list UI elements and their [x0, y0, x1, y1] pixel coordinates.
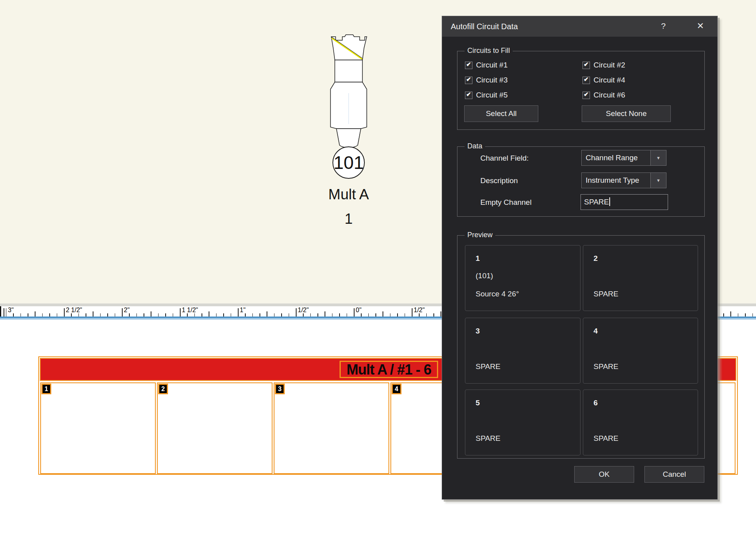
circuit-6-checkbox-label: Circuit #6: [594, 91, 625, 99]
channel-field-value: Channel Range: [582, 150, 650, 165]
preview-group-label: Preview: [465, 231, 495, 239]
circuit-4-checkbox-label: Circuit #4: [594, 76, 625, 84]
ruler-label: 1/2": [414, 307, 425, 314]
preview-cell-number: 4: [594, 327, 598, 335]
circuit-5-checkbox-row[interactable]: Circuit #5: [465, 90, 508, 101]
ruler-label: 1": [240, 307, 246, 314]
circuit-6-checkbox[interactable]: [582, 92, 590, 99]
data-group-label: Data: [465, 142, 485, 150]
circuit-4-checkbox[interactable]: [582, 77, 590, 84]
ok-button[interactable]: OK: [574, 466, 634, 483]
dialog-title: Autofill Circuit Data: [451, 16, 518, 37]
fixture-yoke: [331, 35, 367, 60]
ruler-label: 1/2": [298, 307, 309, 314]
preview-group: Preview 1 (101) Source 4 26° 2 SPARE 3 S…: [457, 235, 705, 459]
preview-cell-number: 3: [476, 327, 480, 335]
ruler-origin-mark: [0, 306, 1, 317]
preview-cell-number: 2: [594, 254, 598, 263]
select-none-button[interactable]: Select None: [582, 105, 671, 122]
description-value: Instrument Type: [582, 173, 650, 188]
preview-cell-number: 6: [594, 399, 598, 407]
preview-cell-channel: (101): [476, 272, 493, 280]
circuits-to-fill-label: Circuits to Fill: [465, 47, 513, 55]
empty-channel-input[interactable]: SPARE: [581, 194, 668, 210]
preview-cell-desc: SPARE: [594, 290, 618, 298]
channel-number-text: 101: [334, 152, 364, 173]
empty-channel-label: Empty Channel: [480, 198, 532, 207]
circuit-cell-tag: 3: [275, 384, 285, 394]
description-dropdown[interactable]: Instrument Type ▼: [581, 172, 666, 188]
preview-cell-desc: SPARE: [476, 434, 500, 443]
circuit-2-checkbox-label: Circuit #2: [594, 61, 625, 69]
circuit-6-checkbox-row[interactable]: Circuit #6: [582, 90, 625, 101]
ruler-label: 0": [356, 307, 362, 314]
preview-cell-desc: SPARE: [594, 362, 618, 371]
channel-field-label: Channel Field:: [480, 154, 529, 163]
data-group: Data Channel Field: Channel Range ▼ Desc…: [457, 146, 705, 217]
circuit-2-checkbox[interactable]: [582, 62, 590, 69]
circuit-3-checkbox[interactable]: [465, 77, 472, 84]
preview-cell-2: 2 SPARE: [583, 245, 698, 311]
circuit-cell-2[interactable]: 2: [157, 382, 273, 474]
circuit-cell-tag: 2: [158, 384, 168, 394]
ruler-label: 1 1/2": [182, 307, 198, 314]
circuit-2-checkbox-row[interactable]: Circuit #2: [582, 60, 625, 71]
fixture-nose: [336, 129, 361, 148]
circuit-cell-3[interactable]: 3: [274, 382, 389, 474]
circuit-1-checkbox[interactable]: [465, 62, 472, 69]
circuit-strip-title: Mult A / #1 - 6: [347, 362, 431, 378]
preview-cell-desc: SPARE: [476, 362, 500, 371]
preview-cell-desc: Source 4 26°: [476, 290, 519, 298]
preview-cell-5: 5 SPARE: [465, 390, 581, 455]
autofill-circuit-data-dialog: Autofill Circuit Data ? ✕ Circuits to Fi…: [442, 16, 718, 500]
cancel-button[interactable]: Cancel: [644, 466, 704, 483]
circuit-5-checkbox[interactable]: [465, 92, 472, 99]
ruler-label: 2 1/2": [66, 307, 82, 314]
preview-cell-1: 1 (101) Source 4 26°: [465, 245, 581, 311]
dialog-titlebar[interactable]: Autofill Circuit Data ? ✕: [442, 16, 717, 37]
channel-field-dropdown[interactable]: Channel Range ▼: [581, 150, 666, 166]
close-icon[interactable]: ✕: [693, 16, 708, 36]
drawing-canvas: 3" 2 1/2" 2" 1 1/2" 1" 1/2" 0" 1/2" 101 …: [0, 0, 756, 547]
circuit-1-checkbox-row[interactable]: Circuit #1: [465, 60, 508, 71]
circuit-5-checkbox-label: Circuit #5: [476, 91, 508, 99]
text-caret: [609, 197, 610, 206]
select-all-button[interactable]: Select All: [464, 105, 538, 122]
circuit-3-checkbox-label: Circuit #3: [476, 76, 508, 84]
circuit-cell-tag: 4: [392, 384, 401, 394]
instrument-purpose-label: Mult A: [289, 186, 408, 203]
circuit-cell-1[interactable]: 1: [40, 382, 156, 474]
instrument-unit-label: 1: [289, 211, 408, 227]
preview-cell-6: 6 SPARE: [583, 390, 698, 455]
preview-cell-number: 1: [476, 254, 480, 263]
empty-channel-value: SPARE: [584, 198, 609, 206]
ruler-label: 2": [124, 307, 130, 314]
description-label: Description: [480, 176, 518, 185]
preview-cell-desc: SPARE: [594, 434, 618, 443]
chevron-down-icon[interactable]: ▼: [650, 173, 666, 188]
circuit-strip-title-box[interactable]: Mult A / #1 - 6: [340, 361, 438, 378]
ruler-label: 3": [8, 307, 14, 314]
circuit-1-checkbox-label: Circuit #1: [476, 61, 508, 69]
circuit-4-checkbox-row[interactable]: Circuit #4: [582, 75, 625, 86]
lighting-instrument-symbol[interactable]: 101: [329, 34, 368, 180]
preview-cell-4: 4 SPARE: [583, 318, 698, 384]
fixture-barrel: [335, 60, 362, 82]
help-icon[interactable]: ?: [656, 16, 670, 36]
circuit-cell-tag: 1: [41, 384, 51, 394]
preview-cell-number: 5: [476, 399, 480, 407]
chevron-down-icon[interactable]: ▼: [650, 150, 666, 165]
circuit-3-checkbox-row[interactable]: Circuit #3: [465, 75, 508, 86]
preview-cell-3: 3 SPARE: [465, 318, 581, 384]
